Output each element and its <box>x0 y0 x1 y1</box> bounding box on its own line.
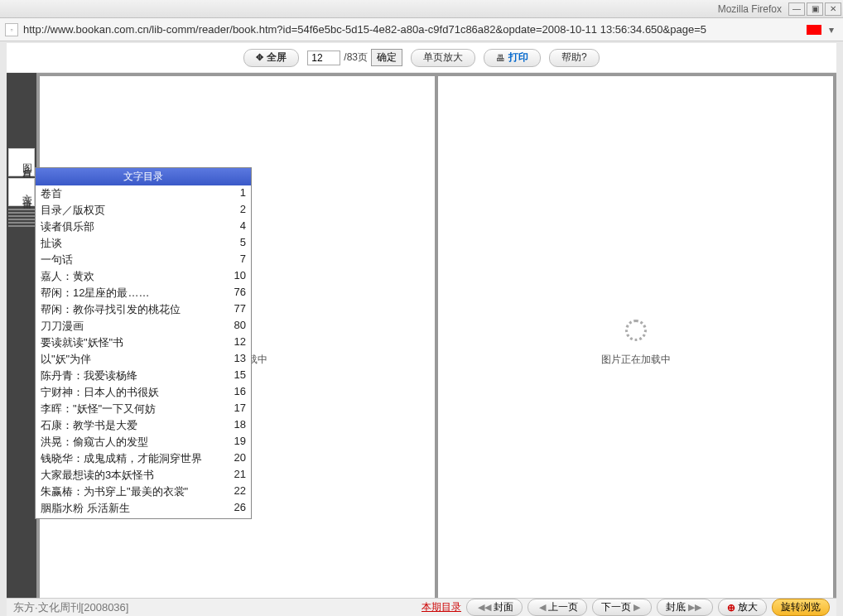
minimize-button[interactable]: — <box>788 2 805 16</box>
toc-item[interactable]: 钱晓华：成鬼成精，才能洞穿世界20 <box>36 450 251 467</box>
toc-item-page: 5 <box>226 236 246 251</box>
zoom-label: 放大 <box>738 600 758 614</box>
current-toc-link[interactable]: 本期目录 <box>422 600 461 614</box>
toc-item-title: 石康：教学书是大爱 <box>41 418 226 433</box>
fullscreen-button[interactable]: ✥ 全屏 <box>243 49 299 67</box>
sidebar-spacer <box>7 73 36 147</box>
prev-page-button[interactable]: ◀ 上一页 <box>527 599 587 616</box>
toc-item-page: 26 <box>226 501 246 516</box>
toc-item-title: 朱赢椿：为书穿上"最美的衣裳" <box>41 484 226 499</box>
toc-item[interactable]: 以"妖"为伴13 <box>36 351 251 368</box>
toc-item[interactable]: 宁财神：日本人的书很妖16 <box>36 384 251 401</box>
next-page-button[interactable]: 下一页 ▶ <box>592 599 652 616</box>
address-bar: ▫ http://www.bookan.com.cn/lib-comm/read… <box>0 18 843 41</box>
print-label: 打印 <box>508 51 528 65</box>
maximize-button[interactable]: ▣ <box>807 2 823 16</box>
toc-item[interactable]: 卷首1 <box>36 185 251 202</box>
sidebar-drag-handle[interactable] <box>8 209 35 229</box>
help-button[interactable]: 帮助? <box>549 49 600 67</box>
prev-icon: ◀ <box>539 602 546 613</box>
single-zoom-button[interactable]: 单页放大 <box>411 49 475 67</box>
print-button[interactable]: 🖶 打印 <box>484 49 541 67</box>
toc-item-title: 嘉人：黄欢 <box>41 269 226 284</box>
toc-item-page: 13 <box>226 352 246 367</box>
right-page[interactable]: 图片正在加载中 <box>438 76 833 609</box>
text-toc-popup: 文字目录 卷首1目录／版权页2读者俱乐部4扯谈5一句话7嘉人：黄欢10帮闲：12… <box>35 167 252 519</box>
help-label: 帮助? <box>561 51 587 65</box>
cover-label: 封面 <box>494 600 513 614</box>
close-button[interactable]: ✕ <box>825 2 841 16</box>
fullscreen-label: 全屏 <box>267 51 287 65</box>
toc-item-title: 刀刀漫画 <box>41 319 226 334</box>
back-cover-button[interactable]: 封底 ▶▶ <box>657 599 713 616</box>
toc-item[interactable]: 读书：生如恐龙 戒骄戒燥30 <box>36 517 251 518</box>
back-cover-label: 封底 <box>666 600 686 614</box>
toc-item-page: 15 <box>226 368 246 383</box>
next-icon: ▶ <box>633 602 640 613</box>
sidebar-tab-image-toc[interactable]: 图片目录 <box>8 148 35 176</box>
toc-item[interactable]: 帮闲：12星座的最……76 <box>36 285 251 301</box>
toc-item-title: 帮闲：教你寻找引发的桃花位 <box>41 302 226 317</box>
toc-item-page: 21 <box>226 468 246 483</box>
magazine-title: 东方·文化周刊[2008036] <box>13 600 128 615</box>
toc-item-title: 钱晓华：成鬼成精，才能洞穿世界 <box>41 451 226 466</box>
toc-item-title: 一句话 <box>41 253 226 267</box>
zoom-button[interactable]: ⊕ 放大 <box>718 599 767 616</box>
toc-item-page: 4 <box>226 219 246 234</box>
page-confirm-button[interactable]: 确定 <box>371 49 402 66</box>
sidebar-tab-text-toc[interactable]: 文字目录 <box>8 178 35 206</box>
toc-item[interactable]: 扯谈5 <box>36 235 251 252</box>
toc-item[interactable]: 李晖："妖怪"一下又何妨17 <box>36 401 251 417</box>
toc-item-title: 以"妖"为伴 <box>41 352 226 367</box>
toc-item-page: 12 <box>226 335 246 350</box>
toc-item[interactable]: 帮闲：教你寻找引发的桃花位77 <box>36 301 251 318</box>
toc-item-page: 16 <box>226 385 246 400</box>
url-field[interactable]: http://www.bookan.com.cn/lib-comm/reader… <box>23 23 803 36</box>
toc-item[interactable]: 刀刀漫画80 <box>36 318 251 334</box>
last-icon: ▶▶ <box>688 602 701 613</box>
toc-item-page: 22 <box>226 484 246 499</box>
spinner-icon <box>625 320 647 341</box>
rotate-browse-label: 旋转浏览 <box>781 600 821 614</box>
toc-item[interactable]: 嘉人：黄欢10 <box>36 268 251 285</box>
toc-item-page: 19 <box>226 435 246 450</box>
page-navigator: /83页 确定 <box>307 49 402 66</box>
toc-item[interactable]: 洪晃：偷窥古人的发型19 <box>36 434 251 450</box>
toc-item-title: 陈丹青：我爱读杨绛 <box>41 368 226 383</box>
cover-button[interactable]: ◀◀ 封面 <box>466 599 523 616</box>
toc-item[interactable]: 一句话7 <box>36 252 251 268</box>
toc-item-page: 77 <box>226 302 246 317</box>
toc-item[interactable]: 要读就读"妖怪"书12 <box>36 334 251 351</box>
toc-item-title: 宁财神：日本人的书很妖 <box>41 385 226 400</box>
toc-item-title: 目录／版权页 <box>41 203 226 218</box>
toc-item[interactable]: 朱赢椿：为书穿上"最美的衣裳"22 <box>36 484 251 500</box>
toc-item-title: 卷首 <box>41 186 226 201</box>
toc-item-page: 30 <box>226 517 246 518</box>
rotate-browse-button[interactable]: 旋转浏览 <box>772 599 830 616</box>
toc-item-title: 洪晃：偷窥古人的发型 <box>41 435 226 450</box>
toc-item-page: 76 <box>226 286 246 301</box>
toc-item[interactable]: 陈丹青：我爱读杨绛15 <box>36 368 251 384</box>
toc-item[interactable]: 大家最想读的3本妖怪书21 <box>36 467 251 484</box>
fullscreen-icon: ✥ <box>256 52 263 63</box>
toc-list[interactable]: 卷首1目录／版权页2读者俱乐部4扯谈5一句话7嘉人：黄欢10帮闲：12星座的最…… <box>36 185 251 518</box>
toc-item[interactable]: 胭脂水粉 乐活新生26 <box>36 500 251 517</box>
sidebar: 图片目录 文字目录 <box>7 73 36 613</box>
toc-item-title: 胭脂水粉 乐活新生 <box>41 501 226 516</box>
toc-item-page: 7 <box>226 253 246 267</box>
toc-item-page: 17 <box>226 402 246 416</box>
url-dropdown-icon[interactable]: ▾ <box>825 23 838 36</box>
footer-bar: 东方·文化周刊[2008036] 本期目录 ◀◀ 封面 ◀ 上一页 下一页 ▶ … <box>7 598 836 616</box>
toc-item-page: 10 <box>226 269 246 284</box>
page-input[interactable] <box>307 51 340 65</box>
toc-item-page: 20 <box>226 451 246 466</box>
toc-item[interactable]: 目录／版权页2 <box>36 202 251 219</box>
toc-item-page: 18 <box>226 418 246 433</box>
toc-item-title: 要读就读"妖怪"书 <box>41 335 226 350</box>
next-label: 下一页 <box>601 600 631 614</box>
toc-item[interactable]: 读者俱乐部4 <box>36 219 251 235</box>
toc-item[interactable]: 石康：教学书是大爱18 <box>36 417 251 434</box>
prev-label: 上一页 <box>548 600 578 614</box>
toc-item-title: 帮闲：12星座的最…… <box>41 286 226 301</box>
page-icon: ▫ <box>5 23 18 36</box>
